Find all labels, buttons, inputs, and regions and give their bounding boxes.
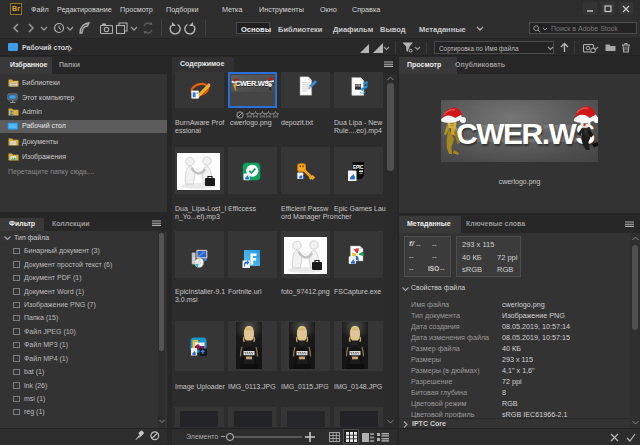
svg-text:EPIC: EPIC <box>353 165 364 170</box>
